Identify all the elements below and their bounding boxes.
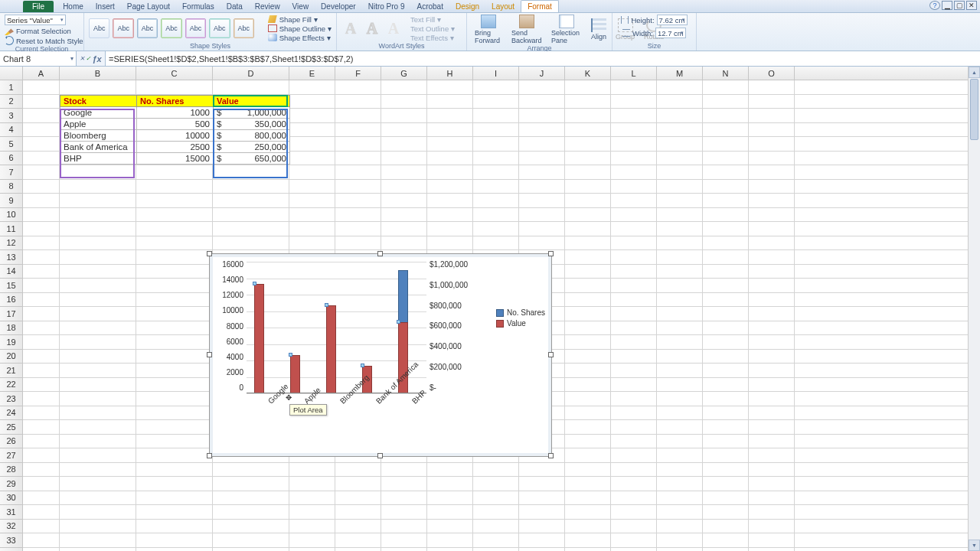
embedded-chart[interactable]: 1600014000120001000080006000400020000$1,… bbox=[209, 253, 552, 457]
send-backward-button[interactable]: Send Backward bbox=[508, 15, 545, 44]
scroll-down-icon[interactable]: ▼ bbox=[969, 540, 980, 551]
resize-handle[interactable] bbox=[548, 453, 554, 458]
row-header-19[interactable]: 19 bbox=[0, 335, 22, 350]
maximize-icon[interactable]: ▢ bbox=[954, 1, 965, 10]
wordart-style-1[interactable]: A bbox=[341, 18, 360, 39]
tab-home[interactable]: Home bbox=[57, 1, 90, 12]
col-header-H[interactable]: H bbox=[427, 67, 473, 80]
tab-formulas[interactable]: Formulas bbox=[176, 1, 220, 12]
cell-value[interactable]: 650,000 bbox=[214, 152, 290, 164]
row-header-12[interactable]: 12 bbox=[0, 236, 22, 251]
tab-format[interactable]: Format bbox=[521, 0, 559, 12]
row-header-30[interactable]: 30 bbox=[0, 491, 22, 506]
shape-style-5[interactable]: Abc bbox=[185, 18, 206, 38]
height-input[interactable]: 7.62 cm bbox=[657, 15, 688, 25]
row-header-16[interactable]: 16 bbox=[0, 293, 22, 308]
selection-pane-button[interactable]: Selection Pane bbox=[548, 15, 585, 44]
row-header-4[interactable]: 4 bbox=[0, 123, 22, 138]
resize-handle[interactable] bbox=[207, 352, 212, 357]
row-header-13[interactable]: 13 bbox=[0, 250, 22, 265]
cell-stock[interactable]: Apple bbox=[60, 118, 137, 129]
chart-legend[interactable]: No. SharesValue bbox=[496, 306, 545, 330]
formula-input[interactable]: =SERIES(Sheet1!$D$2,Sheet1!$B$3:$B$7,She… bbox=[106, 51, 980, 66]
row-header-18[interactable]: 18 bbox=[0, 321, 22, 336]
tab-review[interactable]: Review bbox=[249, 1, 286, 12]
tab-file[interactable]: File bbox=[23, 1, 54, 12]
col-header-L[interactable]: L bbox=[611, 67, 657, 80]
close-icon[interactable]: ✕ bbox=[966, 1, 977, 10]
resize-handle[interactable] bbox=[207, 453, 212, 458]
row-header-8[interactable]: 8 bbox=[0, 180, 22, 194]
row-header-22[interactable]: 22 bbox=[0, 378, 22, 393]
col-header-J[interactable]: J bbox=[519, 67, 565, 80]
row-header-25[interactable]: 25 bbox=[0, 420, 22, 435]
row-header-7[interactable]: 7 bbox=[0, 165, 22, 180]
row-header-27[interactable]: 27 bbox=[0, 448, 22, 463]
row-header-9[interactable]: 9 bbox=[0, 194, 22, 208]
shape-style-4[interactable]: Abc bbox=[161, 18, 181, 38]
tab-page-layout[interactable]: Page Layout bbox=[121, 1, 176, 12]
align-button[interactable]: Align bbox=[588, 18, 609, 41]
col-header-E[interactable]: E bbox=[289, 67, 335, 80]
legend-item[interactable]: No. Shares bbox=[496, 308, 545, 317]
shape-fill-button[interactable]: Shape Fill ▾ bbox=[268, 15, 332, 24]
reset-style-button[interactable]: Reset to Match Style bbox=[5, 36, 83, 45]
scroll-thumb[interactable] bbox=[970, 79, 978, 140]
col-header-B[interactable]: B bbox=[60, 67, 136, 80]
shape-style-6[interactable]: Abc bbox=[209, 18, 230, 38]
shape-outline-button[interactable]: Shape Outline ▾ bbox=[268, 24, 332, 33]
row-header-29[interactable]: 29 bbox=[0, 477, 22, 491]
row-header-17[interactable]: 17 bbox=[0, 307, 22, 321]
col-header-A[interactable]: A bbox=[23, 67, 60, 80]
bar-value[interactable] bbox=[290, 355, 300, 393]
col-header-C[interactable]: C bbox=[136, 67, 213, 80]
resize-handle[interactable] bbox=[377, 453, 383, 458]
tab-nitro[interactable]: Nitro Pro 9 bbox=[362, 1, 411, 12]
fx-button[interactable]: ✕✓ ƒx bbox=[77, 51, 106, 66]
tab-data[interactable]: Data bbox=[220, 1, 249, 12]
tab-view[interactable]: View bbox=[286, 1, 315, 12]
row-header-33[interactable]: 33 bbox=[0, 533, 22, 548]
row-header-21[interactable]: 21 bbox=[0, 364, 22, 378]
cell-shares[interactable]: 10000 bbox=[137, 129, 214, 141]
cell-shares[interactable]: 2500 bbox=[137, 141, 214, 152]
legend-item[interactable]: Value bbox=[496, 319, 545, 328]
select-all-corner[interactable] bbox=[0, 67, 23, 80]
cell-stock[interactable]: Bank of America bbox=[60, 141, 137, 152]
row-header-3[interactable]: 3 bbox=[0, 109, 22, 123]
row-header-24[interactable]: 24 bbox=[0, 406, 22, 421]
col-header-D[interactable]: D bbox=[213, 67, 289, 80]
wordart-style-2[interactable]: A bbox=[363, 18, 381, 39]
col-header-N[interactable]: N bbox=[703, 67, 749, 80]
tab-acrobat[interactable]: Acrobat bbox=[411, 1, 449, 12]
cell-value[interactable]: 1,000,000 bbox=[214, 106, 290, 118]
format-selection-button[interactable]: Format Selection bbox=[5, 26, 71, 35]
cell-stock[interactable]: Bloomberg bbox=[60, 129, 137, 141]
worksheet-grid[interactable]: ABCDEFGHIJKLMNO 123456789101112131415161… bbox=[0, 67, 980, 551]
col-header-G[interactable]: G bbox=[381, 67, 427, 80]
col-header-O[interactable]: O bbox=[749, 67, 795, 80]
shape-style-3[interactable]: Abc bbox=[137, 18, 158, 38]
row-header-11[interactable]: 11 bbox=[0, 222, 22, 236]
cell-shares[interactable]: 500 bbox=[137, 118, 214, 129]
row-header-26[interactable]: 26 bbox=[0, 435, 22, 449]
row-header-5[interactable]: 5 bbox=[0, 137, 22, 152]
tab-design[interactable]: Design bbox=[449, 1, 485, 12]
width-input[interactable]: 12.7 cm bbox=[655, 28, 686, 38]
shape-style-7[interactable]: Abc bbox=[234, 18, 254, 38]
vertical-scrollbar[interactable]: ▲ ▼ bbox=[968, 67, 980, 551]
col-header-K[interactable]: K bbox=[565, 67, 611, 80]
cells-area[interactable]: Stock No. Shares Value Google 1000 1,000… bbox=[23, 80, 980, 551]
cell-shares[interactable]: 15000 bbox=[137, 152, 214, 164]
row-header-23[interactable]: 23 bbox=[0, 392, 22, 406]
cell-value[interactable]: 250,000 bbox=[214, 141, 290, 152]
shape-style-1[interactable]: Abc bbox=[89, 18, 109, 38]
bring-forward-button[interactable]: Bring Forward bbox=[472, 15, 505, 44]
row-header-2[interactable]: 2 bbox=[0, 95, 22, 109]
cell-value[interactable]: 350,000 bbox=[214, 118, 290, 129]
row-header-1[interactable]: 1 bbox=[0, 80, 22, 95]
tab-developer[interactable]: Developer bbox=[315, 1, 362, 12]
help-icon[interactable]: ? bbox=[929, 1, 940, 10]
shape-effects-button[interactable]: Shape Effects ▾ bbox=[268, 34, 332, 42]
tab-insert[interactable]: Insert bbox=[90, 1, 121, 12]
